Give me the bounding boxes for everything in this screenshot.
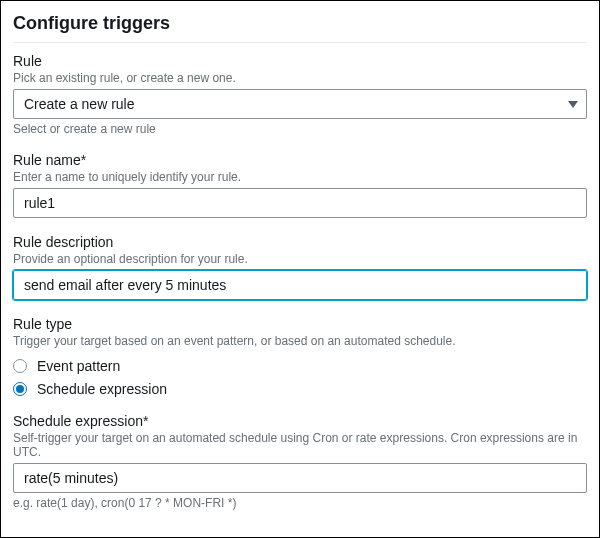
field-rule: Rule Pick an existing rule, or create a … (13, 53, 587, 136)
chevron-down-icon (568, 101, 578, 108)
rule-label: Rule (13, 53, 587, 69)
rule-type-label: Rule type (13, 316, 587, 332)
radio-icon (13, 359, 27, 373)
rule-help: Pick an existing rule, or create a new o… (13, 71, 587, 85)
radio-icon (13, 382, 27, 396)
page-title: Configure triggers (13, 13, 587, 34)
rule-desc-label: Rule description (13, 234, 587, 250)
radio-option-schedule[interactable]: Schedule expression (13, 381, 587, 397)
radio-option-event[interactable]: Event pattern (13, 358, 587, 374)
rule-desc-input[interactable] (13, 270, 587, 300)
rule-select[interactable]: Create a new rule (13, 89, 587, 119)
rule-select-value: Create a new rule (24, 96, 135, 112)
divider (13, 42, 587, 43)
radio-event-label: Event pattern (37, 358, 120, 374)
rule-type-help: Trigger your target based on an event pa… (13, 334, 587, 348)
schedule-expr-label: Schedule expression* (13, 413, 587, 429)
schedule-expr-help: Self-trigger your target on an automated… (13, 431, 587, 459)
rule-after-text: Select or create a new rule (13, 122, 587, 136)
radio-schedule-label: Schedule expression (37, 381, 167, 397)
field-rule-type: Rule type Trigger your target based on a… (13, 316, 587, 397)
rule-name-input[interactable] (13, 188, 587, 218)
field-schedule-expr: Schedule expression* Self-trigger your t… (13, 413, 587, 510)
rule-name-help: Enter a name to uniquely identify your r… (13, 170, 587, 184)
rule-name-label: Rule name* (13, 152, 587, 168)
rule-desc-help: Provide an optional description for your… (13, 252, 587, 266)
field-rule-desc: Rule description Provide an optional des… (13, 234, 587, 300)
schedule-expr-input[interactable] (13, 463, 587, 493)
field-rule-name: Rule name* Enter a name to uniquely iden… (13, 152, 587, 218)
schedule-expr-after: e.g. rate(1 day), cron(0 17 ? * MON-FRI … (13, 496, 587, 510)
